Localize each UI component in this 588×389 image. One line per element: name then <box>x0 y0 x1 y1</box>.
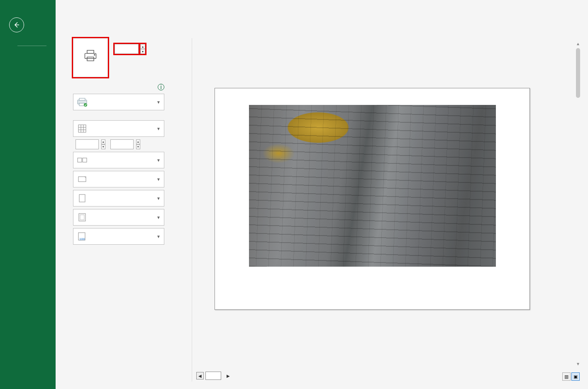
orientation-icon <box>76 173 88 185</box>
backstage-sidebar <box>0 0 56 389</box>
sheets-icon <box>76 122 88 135</box>
chevron-down-icon: ▼ <box>156 158 161 163</box>
orientation-dropdown[interactable]: ▼ <box>73 171 164 187</box>
svg-rect-0 <box>87 50 94 53</box>
pages-from-up[interactable]: ▴ <box>101 139 105 144</box>
svg-rect-2 <box>87 57 94 61</box>
chevron-down-icon: ▼ <box>156 234 161 239</box>
pages-from-down[interactable]: ▾ <box>101 144 105 149</box>
chevron-down-icon: ▼ <box>156 177 161 182</box>
current-page-input[interactable] <box>205 372 221 380</box>
svg-rect-14 <box>80 215 84 220</box>
back-button[interactable] <box>9 17 24 32</box>
chevron-down-icon: ▼ <box>156 126 161 131</box>
page-title <box>56 0 588 18</box>
next-page-button[interactable]: ▶ <box>224 372 232 379</box>
preview-image <box>249 105 496 267</box>
pages-to-up[interactable]: ▴ <box>136 139 140 144</box>
chevron-down-icon: ▼ <box>156 215 161 220</box>
copies-down[interactable]: ▾ <box>140 49 145 54</box>
sidebar-divider <box>17 46 46 46</box>
print-options-panel: ▴ ▾ i ▼ ▼ <box>73 38 181 247</box>
svg-rect-8 <box>78 125 86 132</box>
copies-group: ▴ ▾ <box>112 44 145 54</box>
preview-page <box>215 88 530 310</box>
prev-page-button[interactable]: ◀ <box>196 372 204 379</box>
printer-info-icon[interactable]: i <box>158 84 164 90</box>
scroll-down-icon[interactable]: ▼ <box>576 362 581 367</box>
zoom-to-page-button[interactable]: ▣ <box>571 372 580 381</box>
chevron-down-icon: ▼ <box>156 196 161 201</box>
preview-area: ▲ ▼ ◀ ▶ ▥ ▣ <box>192 38 581 382</box>
scaling-icon: 100 <box>76 230 88 243</box>
paper-size-dropdown[interactable]: ▼ <box>73 190 164 207</box>
svg-rect-11 <box>78 177 86 182</box>
collate-icon <box>76 154 88 166</box>
pages-to-down[interactable]: ▾ <box>136 144 140 149</box>
paper-icon <box>76 192 88 204</box>
copies-spinner: ▴ ▾ <box>140 44 145 54</box>
svg-rect-5 <box>79 98 85 100</box>
chevron-down-icon: ▼ <box>156 100 161 105</box>
preview-view-buttons: ▥ ▣ <box>562 372 580 381</box>
scroll-up-icon[interactable]: ▲ <box>576 41 581 46</box>
collate-dropdown[interactable]: ▼ <box>73 152 164 168</box>
copies-input[interactable] <box>115 44 139 54</box>
svg-rect-12 <box>79 194 85 202</box>
show-margins-button[interactable]: ▥ <box>562 372 571 381</box>
svg-point-3 <box>94 54 95 55</box>
arrow-left-icon <box>13 22 20 28</box>
margins-dropdown[interactable]: ▼ <box>73 209 164 226</box>
svg-rect-10 <box>83 158 87 162</box>
print-button[interactable] <box>73 38 108 77</box>
svg-rect-9 <box>78 158 82 162</box>
print-what-dropdown[interactable]: ▼ <box>73 120 164 137</box>
printer-device-icon <box>76 96 88 108</box>
pages-to-input[interactable] <box>110 139 134 149</box>
printer-dropdown[interactable]: ▼ <box>73 94 164 110</box>
svg-text:100: 100 <box>79 237 85 241</box>
print-backstage: ▴ ▾ i ▼ ▼ <box>56 0 588 389</box>
scaling-dropdown[interactable]: 100 ▼ <box>73 228 164 245</box>
preview-scrollbar[interactable]: ▲ <box>575 41 581 108</box>
svg-point-7 <box>84 103 87 107</box>
printer-icon <box>83 49 98 62</box>
margins-icon <box>76 211 88 224</box>
scroll-thumb[interactable] <box>576 48 580 98</box>
pages-from-input[interactable] <box>76 139 99 149</box>
page-navigator: ◀ ▶ <box>196 372 232 380</box>
copies-up[interactable]: ▴ <box>140 44 145 49</box>
pages-range-row: ▴▾ ▴▾ <box>73 139 164 149</box>
